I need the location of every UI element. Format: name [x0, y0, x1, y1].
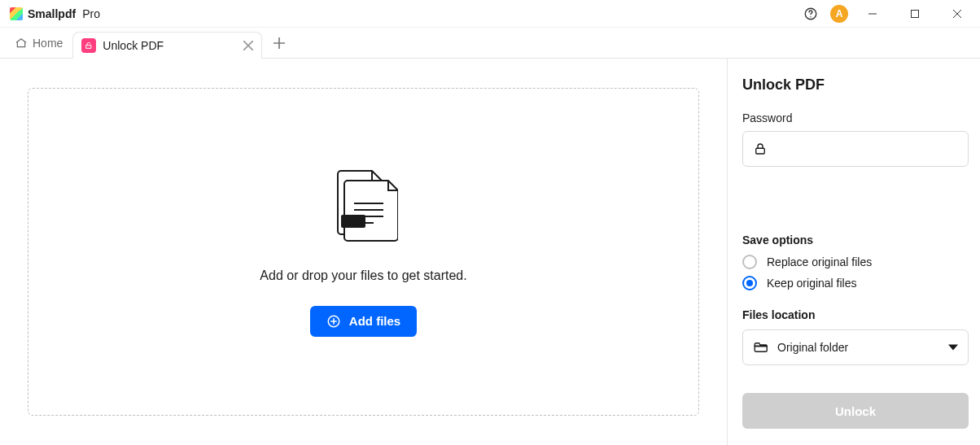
avatar-initial: A: [836, 8, 843, 20]
plus-icon: [273, 37, 285, 49]
help-icon: [803, 7, 818, 21]
password-label: Password: [742, 111, 969, 124]
workspace: PDF Add or drop your files to get starte…: [0, 59, 980, 445]
option-keep-row[interactable]: Keep original files: [742, 276, 969, 290]
window-minimize-button[interactable]: [855, 2, 890, 26]
help-button[interactable]: [798, 1, 824, 27]
main-area: PDF Add or drop your files to get starte…: [0, 59, 728, 445]
tab-label: Unlock PDF: [103, 39, 164, 52]
password-input[interactable]: [776, 142, 958, 156]
files-location-select[interactable]: Original folder: [742, 329, 969, 365]
svg-rect-6: [756, 148, 765, 154]
option-keep-label: Keep original files: [767, 277, 857, 290]
window-maximize-button[interactable]: [897, 2, 933, 26]
folder-icon: [753, 340, 768, 355]
new-tab-button[interactable]: [273, 37, 285, 49]
avatar[interactable]: A: [830, 5, 848, 23]
files-location-value: Original folder: [777, 341, 848, 354]
sidebar-title: Unlock PDF: [742, 76, 969, 94]
svg-text:PDF: PDF: [345, 217, 361, 226]
home-label: Home: [33, 37, 63, 50]
unlock-button[interactable]: Unlock: [742, 393, 969, 429]
window-close-button[interactable]: [939, 2, 975, 26]
brand-name: Smallpdf: [28, 7, 76, 20]
unlock-tool-icon: [81, 38, 96, 53]
radio-unchecked-icon: [742, 255, 757, 269]
sidebar: Unlock PDF Password Save options Replace…: [728, 59, 980, 445]
add-files-label: Add files: [349, 314, 400, 328]
brand-suffix: Pro: [82, 7, 100, 20]
pdf-files-icon: PDF: [330, 168, 398, 249]
chevron-down-icon: [948, 342, 958, 352]
tabbar: Home Unlock PDF: [0, 28, 980, 59]
svg-point-1: [810, 16, 811, 17]
home-icon: [15, 37, 28, 50]
lock-icon: [753, 142, 768, 156]
radio-checked-icon: [742, 276, 757, 290]
brand-logo-icon: [10, 7, 23, 20]
tab-unlock-pdf[interactable]: Unlock PDF: [72, 32, 262, 59]
plus-circle-icon: [326, 314, 341, 329]
titlebar: Smallpdf Pro A: [0, 0, 980, 28]
dropzone-prompt: Add or drop your files to get started.: [260, 268, 466, 283]
files-location-title: Files location: [742, 308, 969, 321]
brand: Smallpdf Pro: [10, 7, 100, 20]
tab-close-button[interactable]: [243, 41, 253, 50]
svg-rect-2: [912, 10, 919, 17]
close-icon: [243, 41, 253, 50]
option-replace-row[interactable]: Replace original files: [742, 255, 969, 269]
unlock-button-label: Unlock: [835, 404, 876, 418]
maximize-icon: [911, 10, 919, 18]
option-replace-label: Replace original files: [767, 255, 872, 268]
dropzone[interactable]: PDF Add or drop your files to get starte…: [28, 88, 699, 416]
minimize-icon: [868, 10, 877, 18]
save-options-title: Save options: [742, 233, 969, 246]
password-field-wrap: [742, 131, 969, 167]
home-link[interactable]: Home: [8, 32, 69, 55]
add-files-button[interactable]: Add files: [310, 306, 417, 337]
close-icon: [953, 10, 961, 18]
titlebar-right: A: [798, 1, 975, 27]
